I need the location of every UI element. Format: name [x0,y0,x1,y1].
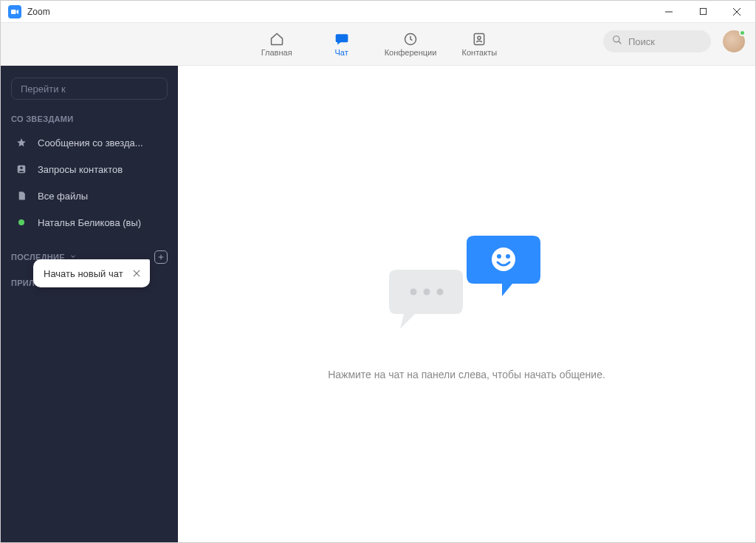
chat-bubble-blue-icon [459,228,548,305]
svg-point-8 [614,36,619,42]
add-chat-button[interactable] [154,250,168,264]
tab-label: Конференции [385,48,437,57]
empty-state-graphic [385,228,548,339]
minimize-button[interactable] [652,1,686,23]
search-placeholder: Поиск [628,36,655,47]
file-icon [16,191,27,201]
tab-label: Чат [335,48,348,57]
sidebar-item-label: Запросы контактов [38,164,123,175]
svg-point-21 [437,288,444,295]
sidebar-item-self[interactable]: Наталья Беликова (вы) [11,209,168,236]
window-title: Zoom [27,7,50,17]
jump-to-input[interactable]: Перейти к [11,78,168,100]
person-icon [16,164,27,174]
svg-line-9 [619,41,622,44]
chat-icon [333,32,351,47]
section-label: СО ЗВЕЗДАМИ [11,115,74,123]
tooltip-text: Начать новый чат [44,268,123,279]
main-toolbar: Главная Чат Конференции Контакты Поиск [1,23,755,66]
svg-point-11 [20,167,23,170]
svg-rect-0 [11,10,16,14]
svg-point-16 [492,247,515,271]
status-indicator-icon [739,30,746,36]
sidebar-item-contact-requests[interactable]: Запросы контактов [11,156,168,182]
home-icon [268,32,286,47]
contacts-icon [470,32,488,47]
sidebar-item-label: Сообщения со звезда... [38,137,143,148]
tab-chat[interactable]: Чат [320,32,364,57]
svg-rect-2 [700,8,706,14]
chat-bubble-gray-icon [385,266,470,339]
avatar[interactable] [723,30,745,52]
empty-state-message: Нажмите на чат на панели слева, чтобы на… [328,369,605,380]
svg-point-20 [424,288,430,295]
maximize-button[interactable] [686,1,720,23]
sidebar: Перейти к СО ЗВЕЗДАМИ Сообщения со звезд… [1,66,178,542]
sidebar-item-starred-messages[interactable]: Сообщения со звезда... [11,129,168,156]
tab-contacts[interactable]: Контакты [457,32,501,57]
tab-home[interactable]: Главная [255,32,299,57]
sidebar-item-all-files[interactable]: Все файлы [11,182,168,209]
svg-point-7 [478,36,481,39]
window-titlebar: Zoom [1,1,755,23]
clock-icon [402,32,419,47]
search-icon [612,35,622,48]
sidebar-item-label: Наталья Беликова (вы) [38,217,141,228]
svg-point-17 [497,254,501,259]
sidebar-section-starred[interactable]: СО ЗВЕЗДАМИ [11,115,168,123]
sidebar-item-label: Все файлы [38,191,88,202]
section-label: ПРИЛ [11,279,35,287]
tab-label: Главная [261,48,292,57]
new-chat-tooltip: Начать новый чат [33,259,150,287]
presence-icon [16,219,27,225]
svg-point-18 [506,254,510,259]
window-controls [652,1,754,23]
close-button[interactable] [720,1,754,23]
tooltip-close-button[interactable] [129,266,144,281]
svg-point-19 [410,288,417,295]
app-logo-icon [8,5,21,18]
star-icon [16,137,27,148]
search-input[interactable]: Поиск [603,30,711,52]
tab-label: Контакты [462,48,498,57]
jump-to-placeholder: Перейти к [21,83,66,95]
chat-empty-state: Нажмите на чат на панели слева, чтобы на… [178,66,755,542]
tab-meetings[interactable]: Конференции [385,32,437,57]
